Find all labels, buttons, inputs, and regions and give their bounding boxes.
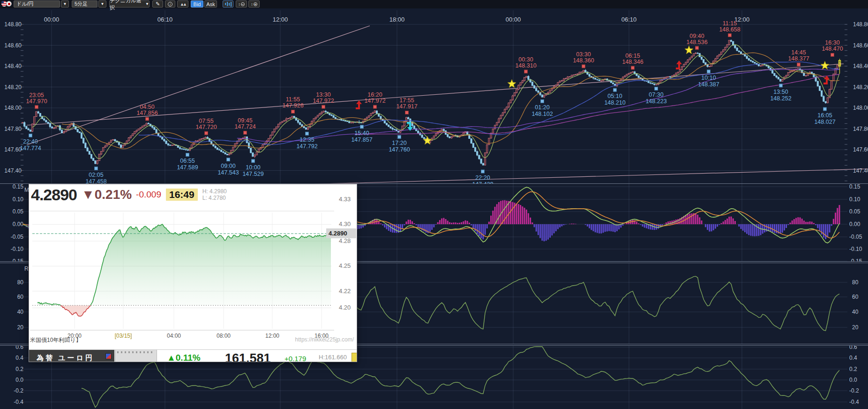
svg-text:18:00: 18:00 (389, 16, 405, 23)
svg-text:148.40: 148.40 (4, 63, 22, 69)
svg-text:0.05: 0.05 (849, 208, 861, 215)
star-marker (821, 61, 829, 69)
svg-text:0.0: 0.0 (15, 377, 23, 383)
svg-text:[03/15]: [03/15] (115, 333, 132, 339)
buy-arrow-marker (676, 61, 682, 64)
toolbar: ドル/円 ▼ 5分足 ▼ テクニカル選択▼ ✎ i ▲▲ Bid Ask ↕− … (0, 0, 868, 8)
svg-text:0.00: 0.00 (13, 221, 24, 227)
candlestick-chart[interactable]: 00:0006:1012:0018:0000:0006:1012:00148.8… (0, 8, 868, 184)
svg-text:147.972: 147.972 (364, 98, 385, 104)
zoom-out-button[interactable]: ↕− (236, 0, 247, 8)
chevron-down-icon: ▼ (145, 2, 149, 6)
chevron-down-icon: ▼ (63, 2, 67, 6)
svg-text:00:00: 00:00 (44, 16, 60, 23)
svg-text:-0.15: -0.15 (849, 258, 862, 261)
svg-text:06:55: 06:55 (180, 158, 195, 164)
svg-text:147.529: 147.529 (242, 171, 263, 177)
svg-text:0.0: 0.0 (849, 377, 857, 383)
chevron-down-icon: ▼ (101, 2, 105, 6)
bond-yield-overlay-window: 4.2890 ▼0.21% -0.009 16:49 H: 4.2980 L: … (29, 184, 357, 362)
svg-text:4.28: 4.28 (339, 237, 351, 244)
svg-text:147.970: 147.970 (26, 98, 47, 105)
zoom-in-button[interactable]: ↕+ (248, 0, 260, 8)
svg-text:09:40: 09:40 (689, 33, 704, 39)
svg-text:147.774: 147.774 (20, 145, 41, 151)
timeframe-dropdown-button[interactable]: ▼ (98, 0, 106, 8)
draw-tool-button[interactable]: ✎ (152, 0, 163, 8)
svg-text:08:00: 08:00 (217, 333, 231, 339)
svg-text:147.80: 147.80 (4, 126, 22, 132)
svg-text:16:30: 16:30 (825, 39, 839, 46)
svg-text:148.360: 148.360 (573, 57, 594, 64)
japan-flag-icon (6, 1, 12, 7)
ask-toggle-button[interactable]: Ask (204, 0, 217, 8)
svg-text:4.20: 4.20 (339, 304, 351, 311)
svg-text:4.22: 4.22 (339, 288, 351, 295)
svg-text:147.724: 147.724 (234, 123, 255, 130)
ticker-change-percent: ▲0.11% (167, 353, 201, 362)
candle-display-button[interactable] (223, 0, 233, 8)
zoom-out-icon: − (241, 2, 245, 6)
svg-text:22:20: 22:20 (475, 174, 490, 181)
svg-text:148.377: 148.377 (788, 55, 809, 62)
svg-text:07:55: 07:55 (199, 118, 213, 124)
svg-text:10:10: 10:10 (701, 75, 716, 81)
svg-text:-0.15: -0.15 (11, 258, 24, 261)
yield-area-chart: 4.334.304.284.254.224.204.289020:00[03/1… (29, 184, 357, 349)
svg-text:-0.10: -0.10 (849, 246, 862, 252)
svg-text:147.543: 147.543 (217, 169, 239, 176)
svg-text:15:40: 15:40 (354, 130, 369, 136)
source-url[interactable]: https://nikkei225jp.com/ (295, 336, 354, 343)
svg-text:148.00: 148.00 (853, 105, 868, 111)
currency-pair-select[interactable]: ドル/円 (14, 0, 60, 8)
svg-text:40: 40 (17, 309, 24, 315)
svg-text:00:00: 00:00 (506, 16, 521, 23)
eu-flag-icon (105, 353, 112, 359)
ticker-value: 161.581 (225, 351, 271, 362)
ticker-high: H:161.660 (319, 354, 347, 361)
svg-text:4.25: 4.25 (339, 262, 351, 269)
info-button[interactable]: i (165, 0, 175, 8)
ticker-badge (352, 353, 357, 362)
svg-text:148.536: 148.536 (686, 39, 707, 45)
svg-text:16:20: 16:20 (367, 91, 382, 98)
svg-text:147.60: 147.60 (853, 146, 868, 153)
svg-text:80: 80 (852, 279, 859, 286)
svg-text:-0.05: -0.05 (11, 234, 24, 240)
svg-text:148.80: 148.80 (853, 21, 868, 28)
timeframe-select[interactable]: 5分足 (72, 0, 97, 8)
chart-title: 米国債10年利回り】 (30, 336, 82, 344)
trading-app-window: ドル/円 ▼ 5分足 ▼ テクニカル選択▼ ✎ i ▲▲ Bid Ask ↕− … (0, 0, 868, 409)
svg-text:-0.2: -0.2 (849, 387, 859, 394)
svg-text:148.658: 148.658 (719, 26, 740, 33)
technical-select-button[interactable]: テクニカル選択▼ (109, 0, 150, 8)
svg-text:13:30: 13:30 (316, 91, 330, 98)
svg-text:147.60: 147.60 (4, 146, 22, 153)
updown-arrows-icon: ↕ (251, 2, 253, 7)
bid-toggle-button[interactable]: Bid (191, 0, 203, 8)
svg-text:40: 40 (852, 309, 859, 315)
svg-text:02:05: 02:05 (89, 172, 103, 178)
svg-text:05:10: 05:10 (607, 93, 622, 99)
ticker-mini-chart (115, 350, 157, 362)
pencil-icon: ✎ (156, 1, 160, 7)
svg-text:13:50: 13:50 (773, 89, 788, 95)
svg-text:148.60: 148.60 (853, 42, 868, 49)
svg-text:147.972: 147.972 (313, 98, 334, 104)
svg-text:148.027: 148.027 (814, 119, 835, 125)
svg-text:23:05: 23:05 (29, 92, 44, 98)
star-marker (685, 46, 693, 54)
svg-text:0.00: 0.00 (849, 221, 861, 227)
svg-text:0.2: 0.2 (849, 366, 857, 372)
svg-text:-0.2: -0.2 (14, 387, 23, 394)
currency-pair-dropdown-button[interactable]: ▼ (61, 0, 69, 8)
svg-text:147.40: 147.40 (853, 167, 868, 174)
svg-text:147.792: 147.792 (296, 143, 317, 150)
svg-text:147.720: 147.720 (195, 124, 217, 130)
chart-style-button[interactable]: ▲▲ (177, 0, 188, 8)
svg-text:0.10: 0.10 (849, 196, 861, 203)
mountain-icon: ▲▲ (180, 2, 186, 7)
svg-text:148.102: 148.102 (531, 111, 553, 117)
svg-text:16:05: 16:05 (817, 112, 832, 119)
svg-text:06:10: 06:10 (157, 16, 173, 23)
